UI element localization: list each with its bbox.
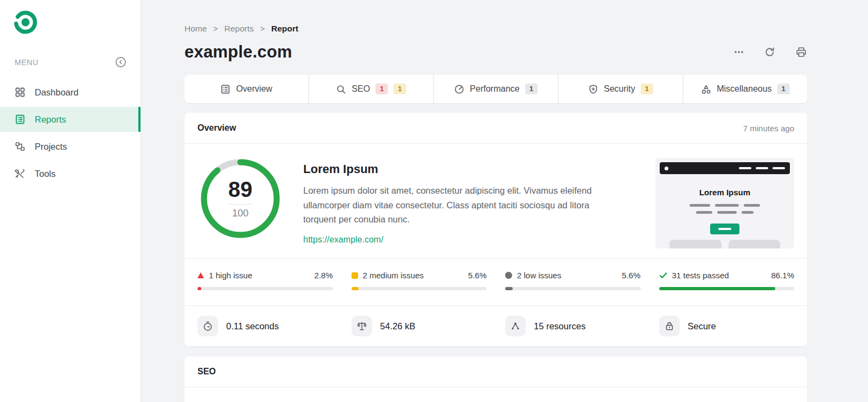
sidebar-item-dashboard[interactable]: Dashboard bbox=[0, 80, 141, 105]
tab-seo[interactable]: SEO 1 1 bbox=[308, 75, 433, 103]
app-logo[interactable] bbox=[0, 0, 141, 35]
stat-label: 2 low issues bbox=[517, 271, 561, 280]
site-description: Lorem ipsum dolor sit amet, consectetur … bbox=[303, 183, 621, 227]
medium-issues-badge: 1 bbox=[641, 84, 653, 94]
sidebar-item-reports[interactable]: Reports bbox=[0, 107, 141, 132]
shield-icon bbox=[588, 84, 598, 94]
sidebar-item-projects[interactable]: Projects bbox=[0, 134, 141, 159]
search-icon bbox=[336, 84, 346, 94]
page-title: example.com bbox=[184, 42, 292, 62]
section-title: SEO bbox=[197, 367, 216, 377]
report-timestamp: 7 minutes ago bbox=[743, 124, 794, 133]
high-issues-badge: 1 bbox=[375, 84, 388, 94]
tools-icon bbox=[15, 168, 25, 179]
metrics-row: 0.11 seconds 54.26 kB bbox=[184, 305, 807, 346]
chevron-right-icon: > bbox=[213, 24, 218, 33]
metric-load-time: 0.11 seconds bbox=[197, 316, 333, 336]
more-options-icon[interactable] bbox=[733, 47, 744, 58]
issues-summary-row: 1 high issue 2.8% 2 medium issues 5.6% bbox=[184, 258, 807, 305]
breadcrumb-home[interactable]: Home bbox=[184, 24, 207, 34]
progress-fill bbox=[505, 287, 513, 290]
metric-label: 15 resources bbox=[534, 321, 585, 331]
site-score-gauge: 89 100 bbox=[200, 158, 281, 239]
main-content: Home > Reports > Report example.com bbox=[141, 0, 868, 402]
high-issue-triangle-icon bbox=[197, 272, 204, 278]
tab-label: Security bbox=[604, 84, 635, 94]
stopwatch-icon bbox=[197, 316, 218, 336]
menu-label: MENU bbox=[15, 58, 39, 67]
seo-card: SEO bbox=[184, 356, 807, 402]
overview-list-icon bbox=[220, 84, 231, 94]
stat-label: 1 high issue bbox=[209, 271, 252, 280]
stat-low-issues: 2 low issues 5.6% bbox=[505, 271, 641, 290]
progress-track bbox=[197, 287, 333, 290]
tab-security[interactable]: Security 1 bbox=[558, 75, 682, 103]
progress-track bbox=[659, 287, 795, 290]
logo-icon bbox=[13, 10, 38, 35]
thumbnail-text-lines bbox=[660, 204, 790, 207]
issues-badge: 1 bbox=[525, 84, 538, 94]
overview-card: Overview 7 minutes ago 89 100 Lorem Ipsu… bbox=[184, 113, 807, 346]
thumbnail-heading: Lorem Ipsum bbox=[660, 188, 790, 197]
thumbnail-text-lines bbox=[660, 211, 790, 214]
tab-miscellaneous[interactable]: Miscellaneous 1 bbox=[682, 75, 807, 103]
tab-label: Performance bbox=[470, 84, 520, 94]
thumbnail-cards bbox=[669, 240, 780, 248]
projects-hierarchy-icon bbox=[15, 141, 25, 152]
metric-resources: 15 resources bbox=[505, 316, 641, 336]
scale-icon bbox=[352, 316, 372, 336]
stat-tests-passed: 31 tests passed 86.1% bbox=[659, 271, 795, 290]
gauge-icon bbox=[454, 84, 464, 94]
progress-fill bbox=[352, 287, 359, 290]
sidebar-nav: Dashboard Reports Projects bbox=[0, 80, 141, 186]
metric-label: Secure bbox=[688, 321, 716, 331]
stat-percent: 2.8% bbox=[314, 271, 333, 280]
header-actions bbox=[733, 46, 807, 58]
tab-performance[interactable]: Performance 1 bbox=[433, 75, 558, 103]
progress-track bbox=[352, 287, 487, 290]
medium-issues-badge: 1 bbox=[393, 84, 406, 94]
issues-badge: 1 bbox=[777, 84, 790, 94]
sidebar-item-tools[interactable]: Tools bbox=[0, 161, 141, 186]
progress-fill bbox=[197, 287, 201, 290]
resources-branch-icon bbox=[505, 316, 526, 336]
stat-percent: 5.6% bbox=[468, 271, 487, 280]
grid-icon bbox=[15, 87, 25, 98]
site-url-link[interactable]: https://example.com/ bbox=[303, 235, 384, 245]
tab-overview[interactable]: Overview bbox=[184, 75, 308, 103]
lock-icon bbox=[659, 316, 680, 336]
thumbnail-logo-dot bbox=[665, 167, 668, 170]
score-value: 89 bbox=[228, 178, 253, 200]
stat-percent: 5.6% bbox=[622, 271, 640, 280]
score-divider bbox=[228, 204, 252, 205]
medium-issue-square-icon bbox=[352, 272, 358, 279]
low-issue-circle-icon bbox=[505, 272, 512, 279]
site-thumbnail: Lorem Ipsum bbox=[655, 158, 794, 248]
score-max: 100 bbox=[232, 208, 248, 219]
chevron-right-icon: > bbox=[260, 24, 265, 33]
check-icon bbox=[659, 271, 667, 279]
breadcrumb-report: Report bbox=[271, 24, 298, 34]
thumbnail-cta-button bbox=[710, 224, 739, 234]
progress-fill bbox=[659, 287, 776, 290]
sidebar-item-label: Projects bbox=[35, 142, 67, 152]
metric-label: 54.26 kB bbox=[380, 321, 416, 331]
tab-label: Miscellaneous bbox=[717, 84, 771, 94]
collapse-sidebar-icon[interactable] bbox=[115, 56, 126, 68]
shapes-icon bbox=[701, 84, 711, 94]
breadcrumb-reports[interactable]: Reports bbox=[225, 24, 254, 34]
site-heading: Lorem Ipsum bbox=[303, 162, 655, 176]
stat-label: 31 tests passed bbox=[672, 271, 729, 280]
progress-track bbox=[505, 287, 641, 290]
metric-page-size: 54.26 kB bbox=[352, 316, 487, 336]
metric-security: Secure bbox=[659, 316, 795, 336]
tab-label: SEO bbox=[352, 84, 370, 94]
stat-percent: 86.1% bbox=[771, 271, 794, 280]
thumbnail-nav-links bbox=[739, 167, 785, 169]
breadcrumb: Home > Reports > Report bbox=[184, 24, 807, 34]
print-icon[interactable] bbox=[795, 46, 807, 58]
report-icon bbox=[15, 114, 25, 125]
report-tabs: Overview SEO 1 1 Performance 1 bbox=[184, 75, 807, 103]
tab-label: Overview bbox=[236, 84, 272, 94]
refresh-icon[interactable] bbox=[764, 46, 776, 58]
